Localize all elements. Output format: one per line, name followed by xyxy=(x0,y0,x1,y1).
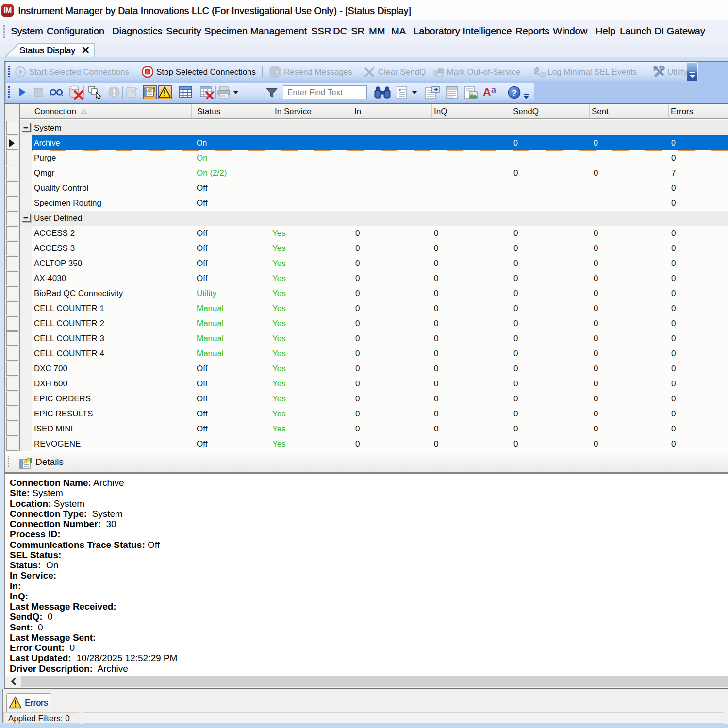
svg-text:?: ? xyxy=(512,88,516,98)
